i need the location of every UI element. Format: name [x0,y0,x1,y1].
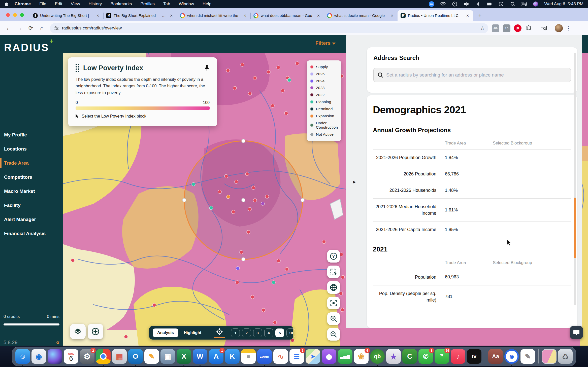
bookmark-star-icon[interactable]: ☆ [480,25,485,31]
tab-close-icon[interactable]: ✕ [465,13,470,18]
map-marker-supply[interactable] [248,92,252,95]
map-marker-planning[interactable] [192,182,195,186]
map-marker-supply[interactable] [247,230,250,234]
radius-chip-2[interactable]: 2 [242,328,251,337]
spotlight-icon[interactable] [510,1,515,7]
map-marker-supply[interactable] [232,210,235,214]
back-button[interactable]: ← [4,24,13,33]
map-marker-supply[interactable] [71,259,75,262]
map-marker-supply[interactable] [273,321,277,324]
map-marker-planning[interactable] [209,206,213,210]
drag-handle-icon[interactable] [76,64,79,72]
map-marker-supply[interactable] [341,275,345,279]
dock-item-textedit[interactable]: ✎ [520,349,535,364]
map-marker-supply[interactable] [233,86,237,90]
apple-menu-icon[interactable] [5,2,9,6]
zoom-out-button[interactable] [327,328,340,341]
sidebar-item-competitors[interactable]: Competitors [0,170,63,184]
time-machine-icon[interactable] [498,1,504,7]
map-marker-supply[interactable] [241,63,244,66]
chrome-menu-icon[interactable]: ⋮ [566,25,571,31]
map-marker-supply[interactable] [267,70,270,74]
map-marker-supply[interactable] [284,112,288,115]
menu-item-file[interactable]: File [39,2,46,7]
tab-close-icon[interactable]: ✕ [389,13,395,18]
map-marker-expansion[interactable] [226,195,230,199]
map-marker-supply[interactable] [245,172,249,176]
map-marker-y2024[interactable] [236,267,240,270]
map-marker-supply[interactable] [265,195,269,198]
sidebar-item-financial-analysis[interactable]: Financial Analysis [0,227,63,241]
tab-close-icon[interactable]: ✕ [169,13,174,18]
map-marker-supply[interactable] [277,259,280,263]
panel-collapse-handle[interactable]: ▸ [353,179,356,185]
pinterest-extension-icon[interactable]: P [514,24,521,32]
menubar-clock[interactable]: Wed Aug 6 5:43 PM [544,2,583,7]
map-marker-supply[interactable] [271,104,274,107]
map-marker-vertex[interactable] [242,198,245,202]
sidebar-item-facility[interactable]: Facility [0,198,63,212]
map-marker-supply[interactable] [285,267,289,271]
menu-item-view[interactable]: View [71,2,80,7]
mute-icon[interactable] [464,1,469,7]
map-marker-supply[interactable] [124,335,128,339]
siri-icon[interactable] [533,2,538,7]
map-marker-supply[interactable] [240,250,243,254]
map-marker-vertex[interactable] [182,198,186,202]
control-center-icon[interactable] [521,1,527,7]
map-marker-supply[interactable] [248,207,251,211]
zoom-in-button[interactable] [327,312,340,325]
map-marker-supply[interactable] [296,62,299,65]
dock-item-keynote[interactable]: K [225,349,240,364]
map-marker-supply[interactable] [322,240,326,244]
dock-item-reminders[interactable]: ☰3 [289,349,304,364]
layers-button[interactable] [70,324,86,339]
sidebar-item-my-profile[interactable]: My Profile [0,128,63,142]
sidebar-item-macro-market[interactable]: Macro Market [0,184,63,198]
forward-button[interactable]: → [15,24,24,33]
map-help-button[interactable]: ? [327,250,340,263]
dock-item-siri[interactable] [48,349,62,364]
menu-item-edit[interactable]: Edit [55,2,62,7]
dock-item-pages[interactable]: ✎ [144,349,159,364]
map-marker-supply[interactable] [277,66,280,69]
globe-button[interactable] [327,281,340,294]
zoom-menubar-icon[interactable]: zm [429,1,434,7]
map-marker-y2023[interactable] [261,202,265,205]
tab-close-icon[interactable]: ✕ [316,13,321,18]
home-button[interactable]: ⌂ [37,24,46,33]
radius-chip-4[interactable]: 4 [264,328,273,337]
dock-item-podcasts[interactable]: ◍ [322,349,336,364]
map-marker-supply[interactable] [339,292,343,295]
menu-item-bookmarks[interactable]: Bookmarks [110,2,132,7]
dock-item-launchpad[interactable]: ▦ [112,349,127,364]
dock-item-outlook[interactable]: O [128,349,143,364]
address-search-input[interactable] [386,72,567,78]
dock-item-calendar[interactable]: AUG6 [64,349,78,364]
map-marker-supply[interactable] [281,89,284,92]
marquee-select-button[interactable] [327,266,340,278]
chat-launcher-button[interactable] [570,326,583,339]
dock-item-photobooth[interactable]: ★ [386,349,401,364]
minimize-window-button[interactable] [13,13,17,17]
filters-dropdown[interactable]: Filters [315,40,336,46]
map-marker-planning[interactable] [287,78,291,82]
map-marker-supply[interactable] [224,174,228,178]
site-info-icon[interactable] [53,25,59,31]
map-marker-supply[interactable] [235,180,238,184]
dock-item-window[interactable] [542,349,557,364]
map-marker-supply[interactable] [236,281,239,284]
map-marker-planning[interactable] [272,281,275,284]
wifi-icon[interactable] [440,1,446,7]
fullscreen-window-button[interactable] [20,13,24,17]
map-marker-supply[interactable] [226,69,230,72]
menu-item-history[interactable]: History [88,2,102,7]
new-tab-button[interactable]: + [476,12,484,20]
dock-item-settings[interactable]: ⚙2 [80,349,94,364]
map-marker-supply[interactable] [262,308,265,312]
url-text[interactable]: radiusplus.com/radius/overview [62,26,478,31]
menu-item-window[interactable]: Window [179,2,194,7]
radius-chip-3[interactable]: 3 [253,328,262,337]
radius-chip-1[interactable]: 1 [231,328,240,337]
locate-tool[interactable] [214,328,225,338]
